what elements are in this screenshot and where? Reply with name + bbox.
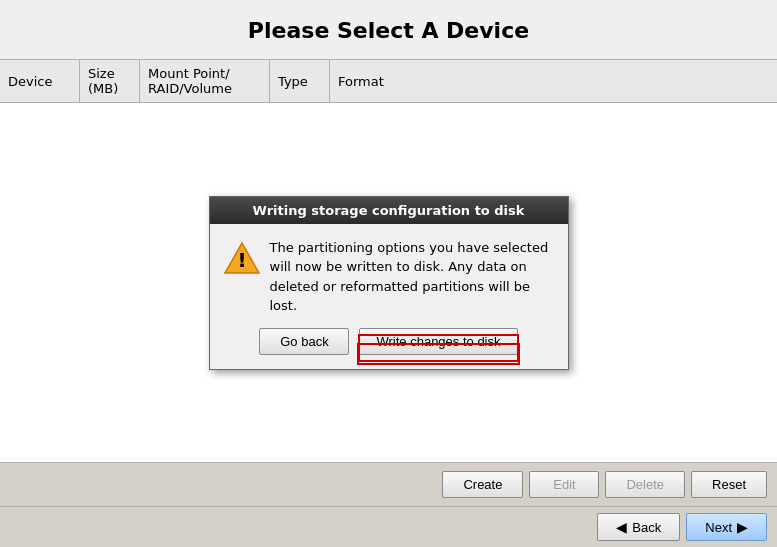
page-header: Please Select A Device (0, 0, 777, 60)
create-button[interactable]: Create (442, 471, 523, 498)
write-changes-button[interactable]: Write changes to disk (359, 328, 517, 355)
edit-button[interactable]: Edit (529, 471, 599, 498)
column-mount: Mount Point/ RAID/Volume (140, 60, 270, 102)
dialog-title-bar: Writing storage configuration to disk (210, 197, 568, 224)
dialog-message: The partitioning options you have select… (270, 238, 554, 316)
device-table-header: Device Size (MB) Mount Point/ RAID/Volum… (0, 60, 777, 103)
column-type: Type (270, 60, 330, 102)
bottom-toolbar: Create Edit Delete Reset (0, 462, 777, 506)
next-label: Next (705, 520, 732, 535)
page-title: Please Select A Device (0, 18, 777, 43)
svg-text:!: ! (237, 248, 246, 272)
dialog-buttons: Go back Write changes to disk (210, 328, 568, 369)
warning-icon: ! (224, 240, 260, 276)
dialog-title: Writing storage configuration to disk (253, 203, 525, 218)
go-back-button[interactable]: Go back (259, 328, 349, 355)
dialog-body: ! The partitioning options you have sele… (210, 224, 568, 328)
column-size: Size (MB) (80, 60, 140, 102)
column-device: Device (0, 60, 80, 102)
dialog-overlay: Writing storage configuration to disk ! … (0, 103, 777, 462)
next-arrow-icon: ▶ (737, 519, 748, 535)
delete-button[interactable]: Delete (605, 471, 685, 498)
reset-button[interactable]: Reset (691, 471, 767, 498)
column-format: Format (330, 60, 400, 102)
next-button[interactable]: Next ▶ (686, 513, 767, 541)
nav-bar: ◀ Back Next ▶ (0, 506, 777, 547)
back-button[interactable]: ◀ Back (597, 513, 680, 541)
back-label: Back (632, 520, 661, 535)
back-arrow-icon: ◀ (616, 519, 627, 535)
write-storage-dialog: Writing storage configuration to disk ! … (209, 196, 569, 370)
main-content: Writing storage configuration to disk ! … (0, 103, 777, 462)
